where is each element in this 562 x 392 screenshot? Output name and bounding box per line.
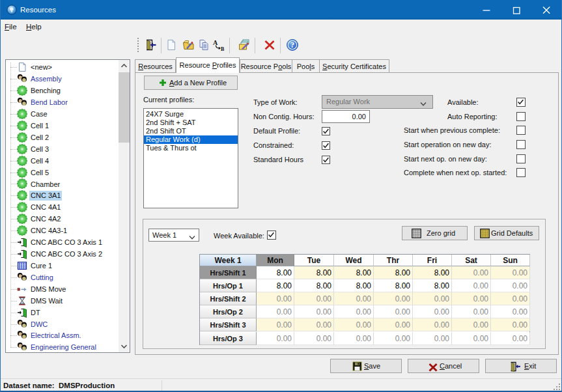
- svg-text:A: A: [213, 39, 218, 46]
- svg-text:?: ?: [290, 40, 294, 49]
- svg-text:B: B: [221, 46, 225, 51]
